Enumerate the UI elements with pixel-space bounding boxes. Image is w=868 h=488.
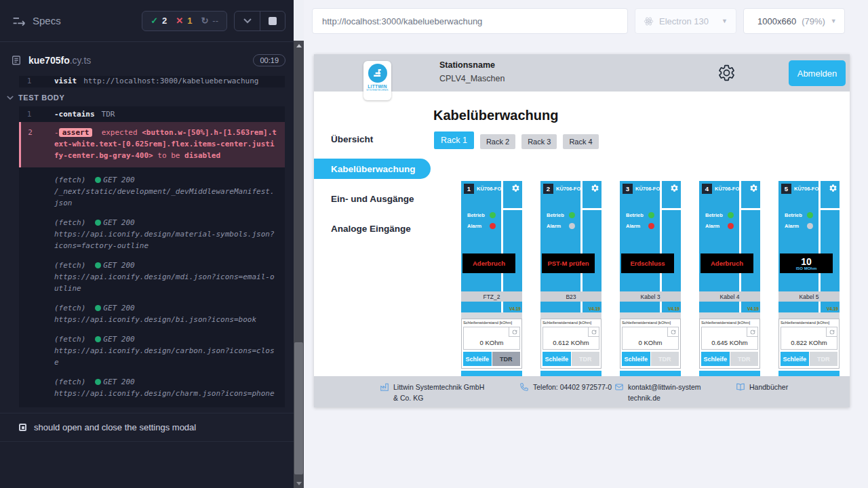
url-input[interactable] [313,9,627,33]
meter-display: 0 KOhm [622,327,679,350]
loop-resistance-meter: Schleifenwiderstand [kOhm] 0 KOhm Schlei… [620,319,681,369]
loop-resistance-meter: Schleifenwiderstand [kOhm] 0.822 KOhm Sc… [778,319,840,369]
schleife-button[interactable]: Schleife [781,352,809,366]
card-model-label: KÜ706-FO [715,186,739,192]
card-divider [503,208,522,210]
monitor-card-panel: 2 KÜ706-FO Betrieb Alarm PST-M prüfen B [540,181,601,312]
status-ok-dot [95,220,101,226]
fetch-log-entry[interactable]: (fetch) GET 200 https://api.iconify.desi… [19,213,285,256]
schleife-button[interactable]: Schleife [463,352,492,366]
stop-button[interactable] [260,12,285,30]
book-icon [736,382,745,392]
fetch-log-entry[interactable]: (fetch) GET 200 /_next/static/developmen… [19,170,285,213]
card-divider [818,302,821,312]
card-settings-icon[interactable] [591,184,599,192]
rack-tab[interactable]: Rack 4 [563,134,598,149]
nav-item[interactable]: Ein- und Ausgänge [314,188,431,209]
refresh-icon[interactable] [747,327,757,337]
rack-tabs: Rack 1 Rack 2 Rack 3 Rack 4 [434,131,599,149]
resistance-value: 0.645 KOhm [702,339,757,346]
card-settings-icon[interactable] [749,184,758,192]
schleife-button[interactable]: Schleife [622,352,650,366]
collapse-button[interactable] [235,12,260,30]
nav-item[interactable]: Analoge Eingänge [314,218,431,239]
card-model-label: KÜ706-FO [477,186,501,192]
cable-name-label: B23 [540,291,601,302]
cross-icon: ✕ [176,16,183,26]
nav-item[interactable]: Übersicht [314,129,431,149]
app-main-content: Kabelüberwachung Rack 1 Rack 2 Rack 3 Ra… [431,92,850,376]
status-ok-dot [95,262,101,268]
card-bottom-strip [540,371,601,376]
firmware-version: V4.19 [827,306,838,311]
alarm-display: Aderbruch [701,253,753,273]
rack-tab[interactable]: Rack 3 [521,134,557,149]
specs-menu-icon [12,16,26,26]
specs-menu[interactable]: Specs [12,15,61,26]
refresh-icon[interactable] [509,327,519,337]
card-number-badge: 5 [781,184,791,194]
schleife-button[interactable]: Schleife [701,352,730,366]
phone-icon [519,382,529,392]
alarm-status-dot [490,223,496,229]
scrollbar-down-arrow[interactable] [294,479,304,488]
failed-assert-command[interactable]: 2 -assert expected <button.w-[50%].h-[1.… [19,122,285,167]
tdr-button[interactable]: TDR [572,352,600,366]
betrieb-status-dot [490,212,496,218]
runner-scrollbar[interactable] [294,41,304,488]
monitor-card-panel: 1 KÜ706-FO Betrieb Alarm Aderbruch FTZ_ [461,181,522,312]
fetch-log-entry[interactable]: (fetch) GET 200 https://api.iconify.desi… [19,298,285,329]
scrollbar-up-arrow[interactable] [294,41,304,50]
card-divider [739,302,741,312]
settings-gear-icon[interactable] [717,64,736,82]
spec-file-row[interactable]: kue705fo.cy.ts 00:19 [0,45,294,76]
monitor-card: 2 KÜ706-FO Betrieb Alarm PST-M prüfen B [540,181,601,376]
card-gap [778,312,840,319]
tdr-button[interactable]: TDR [651,352,679,366]
footer-email[interactable]: kontakt@littwin-systemtechnik.de [614,382,701,404]
refresh-icon[interactable] [667,327,678,337]
schleife-button[interactable]: Schleife [542,352,571,366]
refresh-icon[interactable] [826,327,837,337]
alarm-display: Aderbruch [462,253,515,273]
test-body-section-header[interactable]: TEST BODY [0,87,294,106]
app-viewport: LITTWIN SYSTEMTECHNIK Stationsname CPLV4… [314,54,850,407]
alarm-status-dot [648,223,654,229]
rack-tab[interactable]: Rack 1 [434,131,474,149]
rack-tab[interactable]: Rack 2 [480,134,515,149]
viewport-size-select[interactable]: 1000x660 (79%) ▼ [743,8,845,34]
factory-icon [380,382,389,392]
test-stats[interactable]: ✓2 ✕1 ↻-- [142,11,227,31]
visit-command[interactable]: 1 visithttp://localhost:3000/kabelueberw… [19,76,285,87]
fault-message: Aderbruch [711,260,743,267]
card-gap [461,312,522,319]
logout-button[interactable]: Abmelden [789,60,846,86]
browser-select[interactable]: Electron 130 ▼ [635,8,736,34]
scrollbar-thumb[interactable] [294,342,303,474]
contains-command[interactable]: 1 -containsTDR [19,106,285,122]
footer-phone[interactable]: Telefon: 04402 972577-0 [519,382,616,392]
nav-item[interactable]: Kabelüberwachung [314,159,431,179]
card-buttons: Schleife TDR [622,352,679,366]
cable-name-label: FTZ_2 [461,291,522,302]
card-settings-icon[interactable] [670,184,679,192]
fetch-log-entry[interactable]: (fetch) GET 200 https://api.iconify.desi… [19,372,285,403]
card-divider [739,181,741,291]
meter-display: 0.822 KOhm [781,327,837,350]
status-ok-dot [95,379,101,385]
tdr-button[interactable]: TDR [730,352,759,366]
fetch-log-entry[interactable]: (fetch) GET 200 https://api.iconify.desi… [19,256,285,298]
next-test-row[interactable]: should open and close the settings modal [0,413,294,442]
fetch-log-entry[interactable]: (fetch) GET 200 https://api.iconify.desi… [19,329,285,372]
loop-resistance-meter: Schleifenwiderstand [kOhm] 0.645 KOhm Sc… [699,319,760,369]
card-settings-icon[interactable] [511,184,520,192]
tdr-button[interactable]: TDR [810,352,838,366]
card-gap [699,312,760,319]
refresh-icon[interactable] [588,327,599,337]
fetch-url: /_next/static/development/_devMiddleware… [54,186,275,209]
tdr-button[interactable]: TDR [492,352,521,366]
fault-message: PST-M prüfen [547,260,589,267]
fetch-url: https://api.iconify.design/charm.json?ic… [54,388,275,399]
card-settings-icon[interactable] [829,184,837,192]
footer-manuals[interactable]: Handbücher [736,382,788,392]
